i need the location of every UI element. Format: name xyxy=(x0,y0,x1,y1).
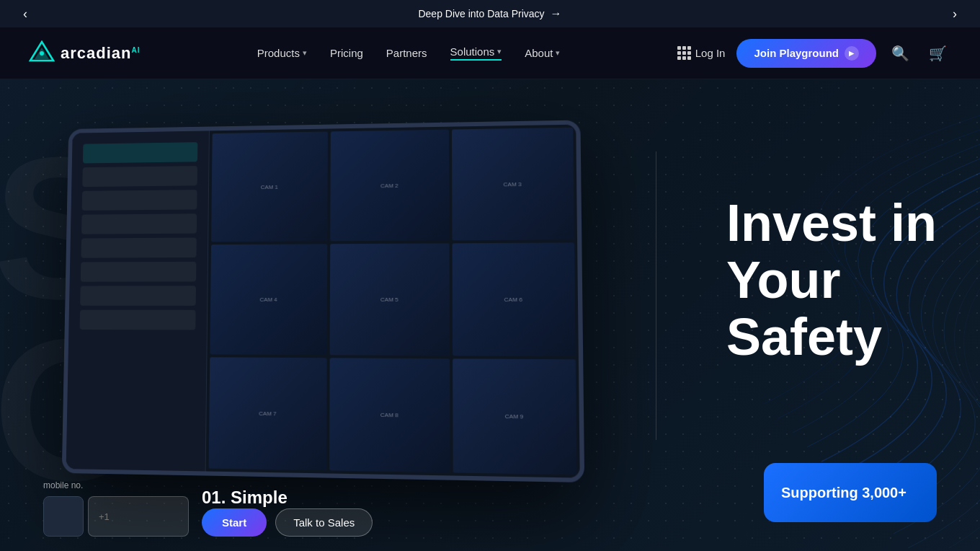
announcement-text: Deep Dive into Data Privacy xyxy=(418,8,544,19)
cam-feed-1: CAM 1 xyxy=(211,131,328,242)
cam-feed-6: CAM 6 xyxy=(453,242,576,356)
cart-icon: 🛒 xyxy=(929,45,947,62)
ann-next-button[interactable]: › xyxy=(944,3,966,25)
talk-to-sales-button[interactable]: Talk to Sales xyxy=(275,508,373,537)
ann-prev-button[interactable]: ‹ xyxy=(14,3,36,25)
login-button[interactable]: Log In xyxy=(677,46,726,60)
cam-feed-8: CAM 8 xyxy=(329,358,450,472)
cam-feed-9: CAM 9 xyxy=(453,358,576,475)
supporting-card-title: Supporting 3,000+ xyxy=(781,483,919,502)
nav-links: Products ▾ Pricing Partners Solutions ▾ … xyxy=(257,45,561,61)
announcement-arrow: → xyxy=(551,7,562,20)
products-chevron-icon: ▾ xyxy=(303,48,307,58)
hero-buttons: Start Talk to Sales xyxy=(202,508,373,537)
nav-item-partners[interactable]: Partners xyxy=(386,47,427,59)
search-button[interactable]: 🔍 xyxy=(888,40,914,66)
nav-item-pricing[interactable]: Pricing xyxy=(330,47,363,59)
solutions-chevron-icon: ▾ xyxy=(497,47,502,56)
svg-point-2 xyxy=(40,51,44,56)
tablet-frame: CAM 1 CAM 2 CAM 3 CAM 4 CAM 5 CAM 6 CAM … xyxy=(62,120,584,482)
hero-title: Invest in Your Safety xyxy=(726,195,937,366)
play-icon: ▶ xyxy=(845,46,859,61)
cam-feed-3: CAM 3 xyxy=(452,128,574,241)
cam-feed-7: CAM 7 xyxy=(209,357,327,470)
grid-icon xyxy=(677,46,691,60)
cam-feed-4: CAM 4 xyxy=(210,244,327,355)
hero-section: SO xyxy=(0,79,980,551)
tablet-sidebar xyxy=(66,131,210,471)
nav-item-solutions[interactable]: Solutions ▾ xyxy=(450,45,502,61)
cam-feed-5: CAM 5 xyxy=(330,243,450,356)
mobile-input-row xyxy=(43,496,189,537)
mobile-card: mobile no. xyxy=(43,480,189,537)
announcement-bar: ‹ Deep Dive into Data Privacy → › xyxy=(0,0,980,27)
mobile-input[interactable] xyxy=(88,496,189,537)
tablet-container: CAM 1 CAM 2 CAM 3 CAM 4 CAM 5 CAM 6 CAM … xyxy=(58,123,649,512)
navbar: arcadianAI Products ▾ Pricing Partners S… xyxy=(0,27,980,79)
about-chevron-icon: ▾ xyxy=(556,48,560,58)
tablet-screen: CAM 1 CAM 2 CAM 3 CAM 4 CAM 5 CAM 6 CAM … xyxy=(66,125,580,478)
vertical-separator xyxy=(656,151,656,440)
nav-item-products[interactable]: Products ▾ xyxy=(257,47,307,59)
logo-text: arcadianAI xyxy=(61,44,141,63)
logo-link[interactable]: arcadianAI xyxy=(29,40,141,66)
nav-actions: Log In Join Playground ▶ 🔍 🛒 xyxy=(677,39,951,68)
mobile-thumbnail xyxy=(43,496,84,537)
tablet-camera-grid: CAM 1 CAM 2 CAM 3 CAM 4 CAM 5 CAM 6 CAM … xyxy=(206,125,580,478)
join-button[interactable]: Join Playground ▶ xyxy=(736,39,876,68)
start-button[interactable]: Start xyxy=(202,508,267,537)
cart-button[interactable]: 🛒 xyxy=(925,40,951,66)
nav-item-about[interactable]: About ▾ xyxy=(525,47,560,59)
mobile-label: mobile no. xyxy=(43,480,189,490)
step-label: 01. Simple xyxy=(202,488,288,508)
supporting-card: Supporting 3,000+ xyxy=(764,463,937,522)
logo-icon xyxy=(29,40,55,66)
search-icon: 🔍 xyxy=(891,45,909,62)
cam-feed-2: CAM 2 xyxy=(330,130,449,242)
hero-headline: Invest in Your Safety xyxy=(726,195,937,366)
